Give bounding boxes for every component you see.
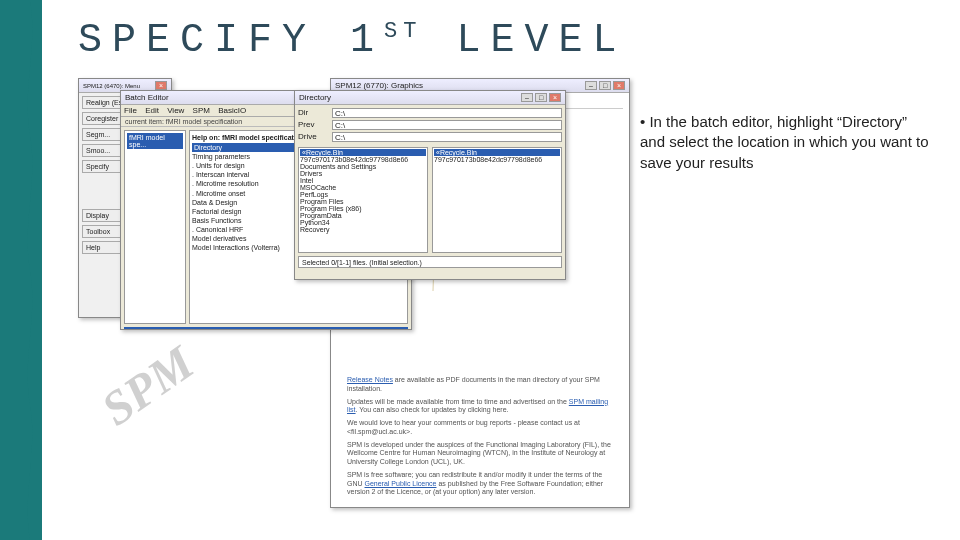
minimize-icon[interactable]: –: [585, 81, 597, 90]
maximize-icon[interactable]: □: [535, 93, 547, 102]
bullet-text: In the batch editor, highlight “Director…: [640, 112, 930, 173]
list-item[interactable]: Drivers: [300, 170, 426, 177]
screenshot-cluster: SPM12 (6770): Graphics – □ × SPMFigure W…: [78, 78, 633, 518]
title-rest: LEVEL: [422, 18, 626, 63]
menu-view[interactable]: View: [167, 106, 184, 115]
list-item[interactable]: Recovery: [300, 226, 426, 233]
menu-basicio[interactable]: BasicIO: [218, 106, 246, 115]
graphics-paragraphs: Release Notes are available as PDF docum…: [347, 376, 617, 497]
window-directory-chooser: Directory – □ × Dir C:\ Prev C:\ Drive C…: [294, 90, 566, 280]
selection-listbox[interactable]: «Recycle.Bin 797c970173b08e42dc97798d8e6…: [432, 147, 562, 253]
list-item[interactable]: «Recycle.Bin: [434, 149, 560, 156]
list-item[interactable]: 797c970173b08e42dc97798d8e66: [300, 156, 426, 163]
list-item[interactable]: 797c970173b08e42dc97798d8e66: [434, 156, 560, 163]
list-item[interactable]: ProgramData: [300, 212, 426, 219]
spm-watermark: SPM: [91, 335, 203, 437]
list-item[interactable]: Documents and Settings: [300, 163, 426, 170]
help-panel: Directory Select a directory where the S…: [124, 327, 408, 330]
help-label: Directory: [127, 329, 405, 330]
close-icon[interactable]: ×: [155, 81, 167, 90]
label-prev: Prev: [298, 120, 328, 130]
close-icon[interactable]: ×: [549, 93, 561, 102]
list-item[interactable]: Python34: [300, 219, 426, 226]
field-dir[interactable]: C:\: [332, 108, 562, 118]
page-title: SPECIFY 1ST LEVEL: [78, 18, 626, 63]
window-title: Directory: [299, 93, 331, 102]
module-item[interactable]: fMRI model spe...: [127, 133, 183, 149]
module-list[interactable]: fMRI model spe...: [124, 130, 186, 324]
list-item[interactable]: PerfLogs: [300, 191, 426, 198]
menu-spm[interactable]: SPM: [193, 106, 210, 115]
window-title: SPM12 (6770): Graphics: [335, 81, 423, 90]
minimize-icon[interactable]: –: [521, 93, 533, 102]
list-item[interactable]: «Recycle.Bin: [300, 149, 426, 156]
list-item[interactable]: Program Files: [300, 198, 426, 205]
folder-listbox[interactable]: «Recycle.Bin 797c970173b08e42dc97798d8e6…: [298, 147, 428, 253]
bullet-list: In the batch editor, highlight “Director…: [640, 112, 930, 173]
accent-stripe: [0, 0, 42, 540]
list-item[interactable]: Program Files (x86): [300, 205, 426, 212]
label-drive: Drive: [298, 132, 328, 142]
title-sup: ST: [384, 19, 422, 44]
release-notes-link[interactable]: Release Notes: [347, 376, 393, 383]
field-drive[interactable]: C:\: [332, 132, 562, 142]
maximize-icon[interactable]: □: [599, 81, 611, 90]
window-title: SPM12 (6470): Menu: [83, 83, 140, 89]
menu-file[interactable]: File: [124, 106, 137, 115]
menu-edit[interactable]: Edit: [145, 106, 159, 115]
field-prev[interactable]: C:\: [332, 120, 562, 130]
close-icon[interactable]: ×: [613, 81, 625, 90]
gpl-link[interactable]: General Public Licence: [365, 480, 437, 487]
list-item[interactable]: Intel: [300, 177, 426, 184]
label-dir: Dir: [298, 108, 328, 118]
title-main: SPECIFY 1: [78, 18, 384, 63]
status-bar: Selected 0/[1-1] files. (Initial selecti…: [298, 256, 562, 268]
titlebar-directory: Directory – □ ×: [295, 91, 565, 105]
window-title: Batch Editor: [125, 93, 169, 102]
list-item[interactable]: MSOCache: [300, 184, 426, 191]
